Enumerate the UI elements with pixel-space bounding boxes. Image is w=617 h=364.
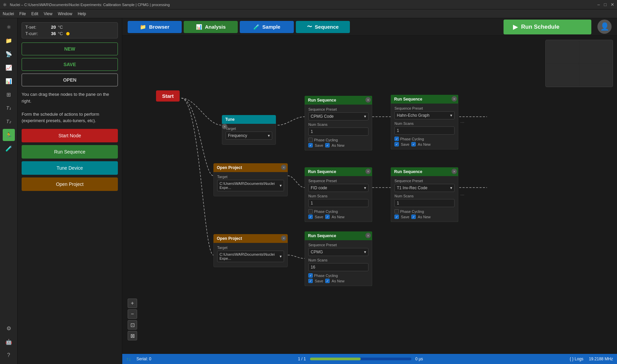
run-seq-5-preset-select[interactable]: CPMG ▾ — [308, 248, 368, 256]
run-seq-5-asnew-checkbox[interactable]: ✓ — [325, 279, 330, 283]
run-schedule-button[interactable]: ▶ Run Schedule — [504, 20, 591, 34]
run-seq-3-preset-select[interactable]: FID code ▾ — [308, 184, 368, 192]
run-seq-3-scans-input[interactable] — [308, 199, 368, 207]
save-button[interactable]: SAVE — [22, 58, 118, 71]
zoom-in-button[interactable]: + — [128, 299, 137, 308]
open-project-1-node[interactable]: Open Project ✕ Target C:\Users\WAR\Docum… — [213, 163, 288, 196]
run-seq-4-asnew-checkbox[interactable]: ✓ — [411, 215, 416, 219]
bar-chart-icon: 📊 — [196, 24, 202, 30]
run-seq-2-phase-checkbox[interactable]: ✓ — [394, 137, 399, 141]
sequence-button[interactable]: 〜 Sequence — [296, 21, 350, 33]
sidebar-icon-settings[interactable]: ⚙ — [3, 322, 15, 334]
open-project-button[interactable]: Open Project — [22, 177, 118, 191]
tune-close-btn[interactable]: ✕ — [222, 124, 227, 129]
menu-view[interactable]: View — [44, 11, 52, 16]
menu-help[interactable]: Help — [78, 11, 86, 16]
sidebar-icon-help[interactable]: ? — [3, 349, 15, 361]
sidebar-icon-wifi[interactable]: 📡 — [3, 48, 15, 60]
run-sequence-button[interactable]: Run Sequence — [22, 145, 118, 159]
sidebar-icon-folder[interactable]: 📁 — [3, 34, 15, 47]
run-seq-3-save-checkbox[interactable]: ✓ — [308, 215, 313, 219]
run-seq-2-phase-label: Phase Cycling — [400, 137, 424, 141]
run-seq-1-preset-label: Sequence Preset — [308, 107, 368, 111]
tune-device-button[interactable]: Tune Device — [22, 161, 118, 175]
user-avatar[interactable]: 👤 — [597, 20, 612, 34]
run-seq-4-phase-checkbox[interactable] — [394, 209, 399, 214]
sidebar-icon-t2[interactable]: T₂ — [3, 115, 15, 128]
close-button[interactable]: ✕ — [611, 2, 614, 7]
sidebar-icon-robot[interactable]: 🤖 — [3, 336, 15, 348]
run-seq-4-preset-select[interactable]: T1 Inv-Rec Code ▾ — [394, 184, 455, 192]
run-seq-4-node[interactable]: Run Sequence ✕ Sequence Preset T1 Inv-Re… — [391, 167, 458, 222]
zoom-controls: + − ⊡ ⊠ — [128, 299, 137, 340]
minimize-button[interactable]: – — [597, 2, 600, 7]
menubar: Nuclei File Edit View Window Help — [0, 9, 617, 18]
browser-button[interactable]: 📁 Browser — [128, 21, 182, 33]
run-seq-2-save-checkbox[interactable]: ✓ — [394, 142, 399, 146]
run-seq-5-node[interactable]: Run Sequence ✕ Sequence Preset CPMG ▾ Nu… — [305, 231, 372, 286]
menu-window[interactable]: Window — [58, 11, 72, 16]
sidebar-icon-workflow[interactable]: 🏃 — [3, 129, 15, 141]
run-seq-5-phase-checkbox[interactable]: ✓ — [308, 273, 313, 278]
run-seq-2-asnew-checkbox[interactable]: ✓ — [411, 142, 416, 146]
run-seq-1-asnew-checkbox[interactable]: ✓ — [325, 143, 330, 147]
run-seq-1-phase-label: Phase Cycling — [314, 138, 338, 142]
run-seq-3-close[interactable]: ✕ — [365, 169, 371, 174]
zoom-reset-button[interactable]: ⊠ — [128, 331, 137, 340]
open-button[interactable]: OPEN — [22, 74, 118, 86]
start-node-button[interactable]: Start Node — [22, 129, 118, 142]
run-seq-1-scans-input[interactable] — [308, 128, 368, 136]
titlebar: ⚛ Nuclei – C:\Users\WAR\Documents\Nuclei… — [0, 0, 617, 9]
open-project-2-close[interactable]: ✕ — [281, 235, 286, 241]
sidebar-icon-flask[interactable]: 🧪 — [3, 142, 15, 155]
run-seq-4-save-checkbox[interactable]: ✓ — [394, 215, 399, 219]
run-seq-2-close[interactable]: ✕ — [452, 96, 457, 102]
run-seq-1-phase-checkbox[interactable] — [308, 138, 313, 142]
run-seq-2-node[interactable]: Run Sequence ✕ Sequence Preset Hahn-Echo… — [391, 95, 458, 149]
open-project-2-target-select[interactable]: C:\Users\WAR\Documents\Nuclei Expe... ▾ — [217, 251, 284, 262]
run-seq-5-save-checkbox[interactable]: ✓ — [308, 279, 313, 283]
open-project-1-target-select[interactable]: C:\Users\WAR\Documents\Nuclei Expe... ▾ — [217, 180, 284, 191]
run-seq-3-asnew-checkbox[interactable]: ✓ — [325, 215, 330, 219]
run-seq-1-preset-select[interactable]: CPMG Code ▾ — [308, 112, 368, 120]
canvas-area[interactable]: Start Tune ✕ Target Frequency ▾ — [122, 36, 617, 354]
sample-button[interactable]: 🧪 Sample — [240, 21, 294, 33]
run-seq-1-close[interactable]: ✕ — [365, 97, 371, 103]
sidebar-icon-bar[interactable]: 📊 — [3, 75, 15, 87]
left-panel: T-set: 20 °C T-curr: 36 °C NEW SAVE OPEN… — [18, 18, 122, 364]
icon-sidebar: ⚛ 📁 📡 📈 📊 ⊞ T₁ T₂ 🏃 🧪 ⚙ 🤖 ? — [0, 18, 18, 364]
tune-node-body: Target Frequency ▾ — [222, 124, 276, 145]
run-seq-2-header: Run Sequence — [391, 95, 458, 104]
window-title: Nuclei – C:\Users\WAR\Documents\Nuclei E… — [10, 3, 597, 7]
run-seq-2-preset-select[interactable]: Hahn-Echo Graph ▾ — [394, 111, 455, 119]
run-seq-1-node[interactable]: Run Sequence ✕ Sequence Preset CPMG Code… — [305, 96, 372, 150]
run-seq-1-asnew-label: As New — [332, 143, 344, 147]
run-seq-3-node[interactable]: Run Sequence ✕ Sequence Preset FID code … — [305, 167, 372, 222]
run-seq-1-save-checkbox[interactable]: ✓ — [308, 143, 313, 147]
menu-edit[interactable]: Edit — [31, 11, 38, 16]
zoom-fit-button[interactable]: ⊡ — [128, 320, 137, 330]
maximize-button[interactable]: □ — [604, 2, 607, 7]
run-seq-3-phase-checkbox[interactable] — [308, 209, 313, 214]
run-seq-5-close[interactable]: ✕ — [365, 233, 371, 238]
new-button[interactable]: NEW — [22, 43, 118, 55]
start-node[interactable]: Start — [156, 90, 180, 102]
tune-node[interactable]: Tune ✕ Target Frequency ▾ — [222, 115, 276, 145]
sidebar-icon-grid-plus[interactable]: ⊞ — [3, 88, 15, 101]
open-project-1-close[interactable]: ✕ — [281, 165, 286, 170]
sidebar-icon-atom[interactable]: ⚛ — [3, 21, 15, 33]
run-seq-5-scans-input[interactable] — [308, 263, 368, 271]
tune-target-select[interactable]: Frequency ▾ — [226, 132, 272, 140]
menu-file[interactable]: File — [19, 11, 26, 16]
zoom-out-button[interactable]: − — [128, 309, 137, 319]
start-node-label: Start — [156, 90, 180, 102]
sidebar-icon-chart[interactable]: 📈 — [3, 61, 15, 74]
analysis-button[interactable]: 📊 Analysis — [184, 21, 238, 33]
run-seq-4-close[interactable]: ✕ — [452, 169, 457, 174]
menu-nuclei[interactable]: Nuclei — [3, 11, 14, 16]
logs-button[interactable]: { } Logs — [570, 357, 584, 361]
run-seq-4-scans-input[interactable] — [394, 199, 455, 207]
run-seq-2-scans-input[interactable] — [394, 127, 455, 135]
open-project-2-node[interactable]: Open Project ✕ Target C:\Users\WAR\Docum… — [213, 234, 288, 267]
sidebar-icon-t1[interactable]: T₁ — [3, 102, 15, 114]
